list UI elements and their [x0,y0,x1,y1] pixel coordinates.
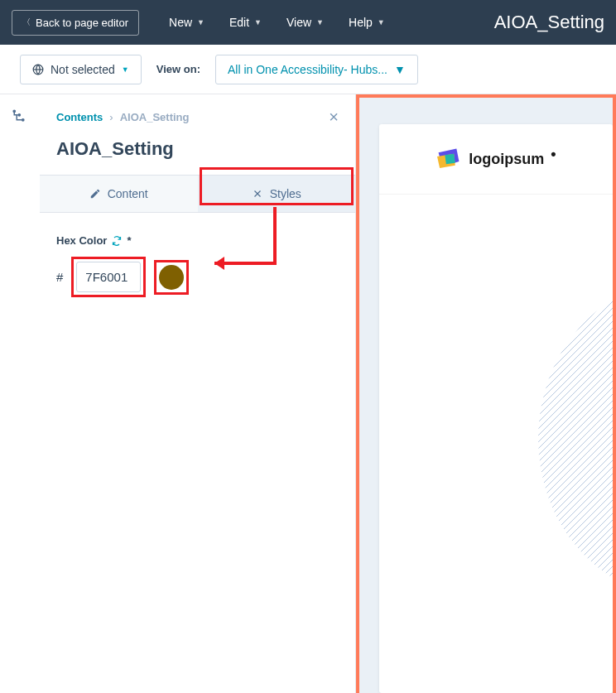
swatch-highlight [154,260,189,295]
caret-down-icon: ▼ [394,63,406,76]
tab-content[interactable]: Content [40,176,198,212]
color-swatch[interactable] [159,265,184,290]
back-label: Back to page editor [36,17,128,29]
menu-help[interactable]: Help▼ [349,16,385,29]
preview-pane: logoipsum • [356,94,616,693]
vertical-nav [0,94,40,693]
menu-bar: New▼ Edit▼ View▼ Help▼ [169,16,385,29]
menu-new[interactable]: New▼ [169,16,205,29]
svg-point-2 [13,110,15,112]
logo-mark-icon [436,147,462,171]
view-on-label: View on: [156,63,200,75]
main-content: Contents › AIOA_Setting × AIOA_Setting C… [0,94,616,693]
pencil-icon [89,188,101,200]
breadcrumb-separator: › [109,111,113,123]
view-on-dropdown[interactable]: All in One Accessibility- Hubs... ▼ [215,55,418,84]
svg-point-3 [18,114,20,116]
svg-rect-7 [513,282,613,596]
required-asterisk: * [127,234,131,247]
close-icon[interactable]: × [329,108,339,127]
globe-icon [32,64,44,75]
preview-logo-header: logoipsum • [379,124,613,195]
breadcrumb-current: AIOA_Setting [120,111,190,123]
caret-down-icon: ▼ [378,18,385,26]
editor-sidebar: Contents › AIOA_Setting × AIOA_Setting C… [40,94,356,693]
page-title: AIOA_Setting [494,12,604,33]
hash-symbol: # [56,270,63,284]
styles-panel: Hex Color * # [40,213,355,319]
preview-card: logoipsum • [379,124,613,693]
caret-down-icon: ▼ [197,18,205,26]
hex-color-input[interactable] [76,262,141,292]
sidebar-title: AIOA_Setting [40,135,355,175]
decorative-pattern [513,282,613,596]
refresh-icon[interactable] [112,236,122,246]
back-to-editor-button[interactable]: 〈 Back to page editor [12,10,139,36]
hex-color-label: Hex Color * [56,234,339,247]
top-header: 〈 Back to page editor New▼ Edit▼ View▼ H… [0,0,616,45]
domain-selector[interactable]: Not selected ▼ [20,55,142,84]
caret-down-icon: ▼ [254,18,262,26]
breadcrumb: Contents › AIOA_Setting × [40,94,355,135]
caret-down-icon: ▼ [316,18,324,26]
chevron-left-icon: 〈 [22,17,31,28]
menu-view[interactable]: View▼ [286,16,324,29]
sidebar-tabs: Content Styles [40,175,355,213]
hex-input-row: # [56,257,339,297]
menu-edit[interactable]: Edit▼ [229,16,262,29]
brush-icon [252,188,263,200]
preview-logo-text: logoipsum [469,151,544,168]
tab-styles[interactable]: Styles [198,176,356,212]
breadcrumb-contents-link[interactable]: Contents [56,111,103,123]
tree-icon[interactable] [12,109,27,124]
secondary-toolbar: Not selected ▼ View on: All in One Acces… [0,45,616,94]
caret-down-icon: ▼ [122,65,129,74]
svg-point-4 [22,119,24,121]
hex-input-highlight [71,257,146,297]
preview-logo-dot: • [551,146,556,163]
